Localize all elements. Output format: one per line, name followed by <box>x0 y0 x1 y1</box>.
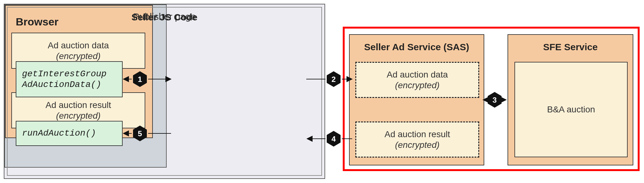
seller-js-auction-result-label: Ad auction result <box>46 100 111 110</box>
diagram-stage: Browser Publisher page Seller JS Code Ad… <box>0 0 644 183</box>
svg-marker-5 <box>327 71 341 87</box>
sas-auction-data: Ad auction data (encrypted) <box>355 62 479 98</box>
svg-marker-11 <box>327 131 341 147</box>
seller-js-auction-data-sub: (encrypted) <box>56 51 101 62</box>
sfe-service: SFE Service B&A auction <box>508 34 633 165</box>
server-container: Seller Ad Service (SAS) Ad auction data … <box>343 27 640 171</box>
seller-ad-service: Seller Ad Service (SAS) Ad auction data … <box>349 34 484 165</box>
api-get-interest-group-label: getInterestGroup AdAuctionData() <box>22 69 107 90</box>
seller-js-auction-result-sub: (encrypted) <box>56 110 101 121</box>
api-get-interest-group: getInterestGroup AdAuctionData() <box>16 61 123 97</box>
step-2-number: 2 <box>331 75 336 83</box>
sas-title: Seller Ad Service (SAS) <box>350 42 484 52</box>
sas-auction-data-label: Ad auction data <box>387 69 448 80</box>
sas-auction-result-sub: (encrypted) <box>395 140 440 150</box>
api-run-ad-auction: runAdAuction() <box>16 121 123 146</box>
step-4-number: 4 <box>331 135 336 143</box>
sfe-ba-auction-label: B&A auction <box>547 104 595 115</box>
sas-auction-data-sub: (encrypted) <box>395 80 440 91</box>
api-run-ad-auction-label: runAdAuction() <box>22 128 96 139</box>
sas-auction-result: Ad auction result (encrypted) <box>355 121 479 158</box>
sfe-title: SFE Service <box>508 42 633 52</box>
sfe-ba-auction: B&A auction <box>514 62 628 157</box>
seller-js-title: Seller JS Code <box>4 12 325 23</box>
seller-js-auction-data-label: Ad auction data <box>48 40 109 51</box>
sas-auction-result-label: Ad auction result <box>385 129 450 140</box>
